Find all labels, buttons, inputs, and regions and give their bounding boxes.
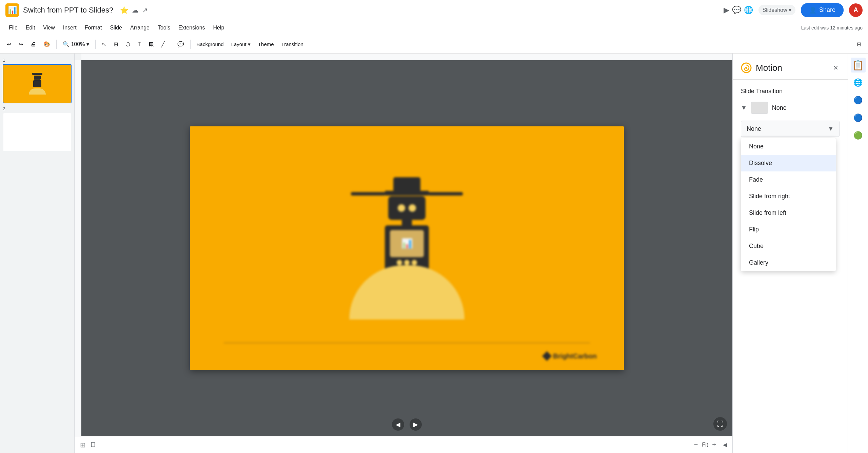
comment-button[interactable]: 💬 (175, 38, 187, 50)
canvas-bottom-controls: ◀ ▶ (392, 418, 422, 431)
next-slide-button[interactable]: ▶ (410, 418, 422, 431)
slide-item-1[interactable]: 1 (3, 58, 72, 103)
robot-eye-right (409, 204, 416, 212)
option-flip[interactable]: Flip (741, 221, 836, 238)
transition-row: ▼ None (741, 102, 840, 114)
undo-button[interactable]: ↩ (4, 38, 14, 50)
motion-panel: Motion × Slide Transition ▼ None None ▼ (732, 54, 848, 453)
thumb-head (34, 76, 41, 80)
btn1 (397, 260, 402, 265)
slide-canvas[interactable]: 📊 (190, 126, 624, 370)
shapes-button[interactable]: ⬡ (123, 38, 133, 50)
layout-button[interactable]: ⊞ (111, 38, 121, 50)
layout-label-button[interactable]: Layout ▾ (229, 40, 253, 49)
account-label: Slideshow ▾ (763, 7, 791, 13)
toolbar-divider-1 (56, 40, 57, 49)
right-icon-5[interactable]: 🟢 (851, 128, 866, 143)
menu-insert[interactable]: Insert (60, 23, 80, 32)
cursor-button[interactable]: ↖ (99, 38, 109, 50)
slide-thumbnail-2[interactable] (3, 112, 72, 152)
option-dissolve[interactable]: Dissolve (741, 155, 836, 171)
zoom-in-button[interactable]: + (712, 441, 716, 449)
share-icon[interactable]: ↗ (142, 6, 148, 14)
title-action-icons: ⭐ ☁ ↗ (120, 6, 148, 14)
slides-overview-button[interactable]: ⊞ (80, 441, 86, 449)
transition-preview[interactable] (751, 102, 768, 114)
ruler-vertical (75, 60, 81, 436)
right-icon-3[interactable]: 🔵 (851, 93, 866, 108)
slide-thumbnail-1[interactable] (3, 64, 72, 103)
hat-top (393, 177, 420, 191)
option-fade[interactable]: Fade (741, 171, 836, 188)
collapse-button[interactable]: ⊟ (854, 38, 864, 50)
collapse-panel-button[interactable]: ◀ (723, 441, 727, 448)
title-bar: 📊 Switch from PPT to Slides? ⭐ ☁ ↗ ▶ 💬 🌐… (0, 0, 868, 20)
option-slide-from-left[interactable]: Slide from left (741, 205, 836, 221)
speaker-notes-button[interactable]: 🗒 (90, 441, 97, 449)
motion-header: Motion × (733, 54, 848, 80)
main-area: 1 2 (0, 54, 868, 453)
transition-dropdown-container: None ▼ None Dissolve Fade Slide from rig… (741, 121, 840, 137)
menu-tools[interactable]: Tools (154, 23, 174, 32)
present-icon[interactable]: ▶ (724, 6, 729, 15)
slides-panel: 1 2 (0, 54, 75, 453)
paint-format-button[interactable]: 🎨 (41, 38, 53, 50)
zoom-out-button[interactable]: − (694, 441, 698, 449)
robot-illustration: 📊 (353, 177, 461, 320)
text-button[interactable]: T (135, 38, 144, 50)
motion-icon (741, 62, 752, 73)
slide-number-2: 2 (3, 106, 72, 111)
right-icon-4[interactable]: 🔵 (851, 110, 866, 125)
option-slide-from-right[interactable]: Slide from right (741, 188, 836, 205)
redo-button[interactable]: ↪ (16, 38, 26, 50)
image-button[interactable]: 🖼 (146, 38, 157, 50)
right-icon-2[interactable]: 🌐 (851, 75, 866, 90)
account-switcher[interactable]: Slideshow ▾ (758, 5, 795, 15)
option-none[interactable]: None (741, 138, 836, 155)
slide-content: 📊 (190, 126, 624, 370)
expand-icon[interactable]: ▼ (741, 104, 747, 111)
zoom-level: Fit (702, 442, 708, 448)
toolbar-divider-4 (190, 40, 191, 49)
motion-close-button[interactable]: × (832, 62, 840, 74)
menu-edit[interactable]: Edit (22, 23, 39, 32)
print-button[interactable]: 🖨 (28, 38, 39, 50)
cloud-icon[interactable]: ☁ (132, 6, 139, 14)
btn2 (404, 260, 410, 265)
canvas-row: 📊 (75, 60, 732, 436)
background-button[interactable]: Background (194, 40, 226, 48)
star-icon[interactable]: ⭐ (120, 6, 129, 14)
transition-dropdown[interactable]: None ▼ (741, 121, 840, 137)
menu-slide[interactable]: Slide (106, 23, 125, 32)
fullscreen-button[interactable]: ⛶ (713, 417, 727, 431)
menu-arrange[interactable]: Arrange (127, 23, 153, 32)
right-icon-1[interactable]: 📋 (851, 58, 866, 73)
comment-icon[interactable]: 💬 (732, 6, 741, 15)
prev-slide-button[interactable]: ◀ (392, 418, 404, 431)
option-gallery[interactable]: Gallery (741, 254, 836, 271)
toolbar-divider-2 (95, 40, 96, 49)
avatar[interactable]: A (849, 3, 863, 17)
theme-button[interactable]: Theme (255, 40, 277, 48)
option-cube[interactable]: Cube (741, 238, 836, 254)
slide-item-2[interactable]: 2 (3, 106, 72, 152)
transition-name: None (772, 104, 787, 111)
transition-button[interactable]: Transition (279, 40, 306, 48)
menu-help[interactable]: Help (210, 23, 228, 32)
canvas-area[interactable]: 📊 (81, 60, 732, 436)
menu-extensions[interactable]: Extensions (175, 23, 208, 32)
robot-head (388, 196, 426, 220)
line-button[interactable]: ╱ (159, 38, 167, 50)
canvas-with-rulers: 📊 (75, 54, 732, 453)
google-icon[interactable]: 🌐 (744, 6, 753, 15)
zoom-button[interactable]: 🔍 100% ▾ (60, 38, 92, 50)
wing-left (351, 192, 385, 195)
ground-line (224, 343, 590, 343)
hat-center (385, 177, 429, 195)
menu-format[interactable]: Format (81, 23, 105, 32)
menu-file[interactable]: File (5, 23, 21, 32)
ruler-horizontal (81, 54, 732, 60)
svg-point-1 (745, 67, 747, 69)
share-button[interactable]: 👤 Share (801, 3, 844, 17)
menu-view[interactable]: View (40, 23, 58, 32)
